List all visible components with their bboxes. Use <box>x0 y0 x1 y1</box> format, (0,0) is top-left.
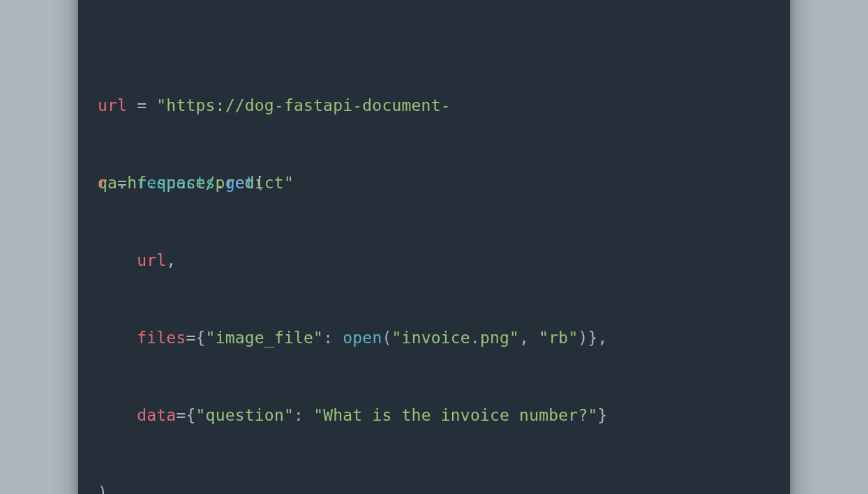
layer-request-call: r = requests.get( <box>98 170 264 196</box>
string-literal: "rb" <box>539 329 578 347</box>
code-line: files={"image_file": open("invoice.png",… <box>98 325 770 351</box>
code-window: import requests url = "https://dog-fasta… <box>78 0 790 494</box>
code-line: ) <box>98 480 770 494</box>
code-line-overlapped: qa.hf.space/predict" r = requests.get( <box>98 170 770 196</box>
code-line: url = "https://dog-fastapi-document- <box>98 93 770 119</box>
var-r: r <box>98 174 107 192</box>
var-url: url <box>98 96 127 114</box>
builtin-open: open <box>343 329 382 347</box>
string-literal: "image_file" <box>206 329 324 347</box>
arg-url: url <box>137 251 166 269</box>
string-literal: "invoice.png" <box>392 329 520 347</box>
kwarg-files: files <box>137 329 186 347</box>
module-requests: requests <box>137 174 215 192</box>
string-literal: "question" <box>196 406 294 424</box>
code-line: data={"question": "What is the invoice n… <box>98 403 770 428</box>
method-get: get <box>225 174 255 192</box>
code-line: url, <box>98 248 770 274</box>
string-literal: "What is the invoice number?" <box>313 406 597 424</box>
string-literal: "https://dog-fastapi-document- <box>156 96 450 114</box>
kwarg-data: data <box>137 406 176 424</box>
code-line-blank <box>98 15 770 41</box>
code-block: import requests url = "https://dog-fasta… <box>98 0 770 494</box>
